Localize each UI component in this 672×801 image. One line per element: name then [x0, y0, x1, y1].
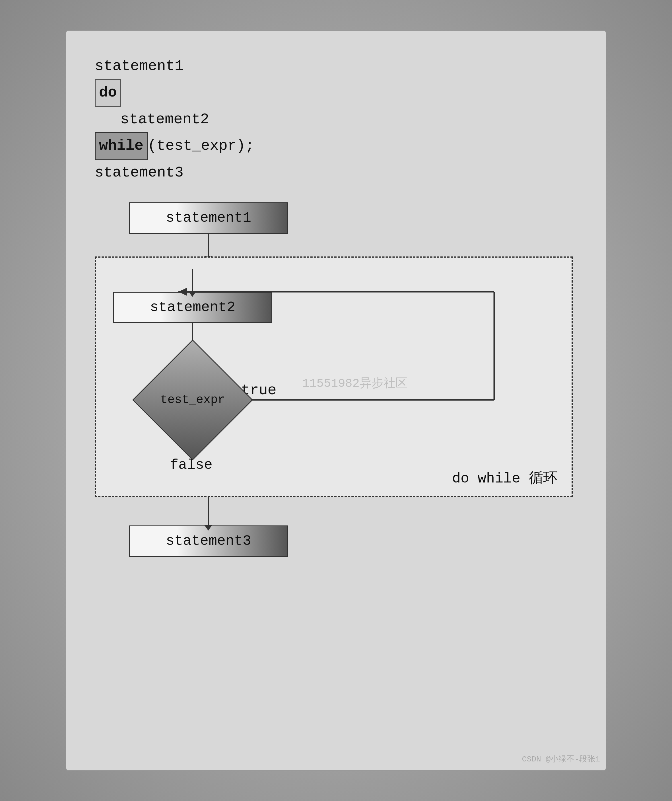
code-line5: statement3 — [95, 160, 254, 185]
code-line2: do — [95, 79, 254, 107]
code-line3: statement2 — [95, 107, 254, 132]
while-keyword: while — [95, 132, 148, 160]
statement1-box: statement1 — [129, 203, 288, 234]
false-label: false — [170, 457, 213, 473]
arrow-after-loop — [208, 497, 209, 526]
code-line4-rest: (test_expr); — [148, 137, 254, 154]
arrow-to-loop — [208, 234, 209, 256]
loop-dashed-box: 11551982异步社区 — [95, 256, 573, 497]
statement2-label: statement2 — [150, 299, 235, 315]
main-card: statement1 do statement2 while(test_expr… — [66, 31, 606, 770]
code-section: statement1 do statement2 while(test_expr… — [95, 54, 254, 185]
csdn-label: CSDN @小绿不-段张1 — [522, 753, 600, 764]
loop-caption: do while 循环 — [452, 468, 557, 487]
statement3-label: statement3 — [166, 533, 251, 549]
code-line4: while(test_expr); — [95, 132, 254, 160]
arrow-entry-loop — [192, 269, 193, 292]
code-line1: statement1 — [95, 54, 254, 79]
diamond-label: test_expr — [160, 393, 225, 407]
diamond-container: test_expr — [113, 346, 272, 454]
statement1-label: statement1 — [166, 210, 251, 226]
do-keyword: do — [95, 79, 121, 107]
watermark: 11551982异步社区 — [302, 375, 407, 391]
flowchart: statement1 11551982异步社区 — [95, 203, 577, 557]
